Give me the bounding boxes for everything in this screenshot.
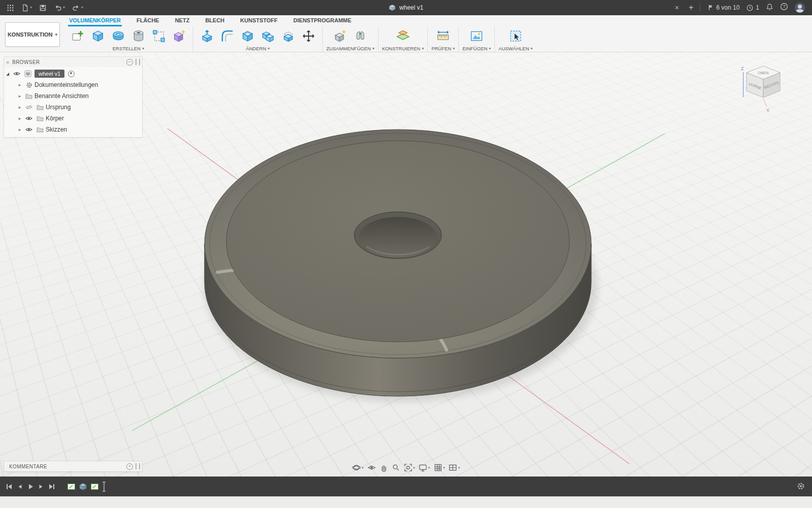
document-tab[interactable]: wheel v1 (389, 0, 423, 15)
measure-button[interactable] (433, 27, 453, 45)
auswaehlen-dropdown[interactable]: AUSWÄHLEN ▾ (498, 45, 532, 52)
visibility-toggle[interactable] (23, 127, 35, 132)
fit-icon (403, 463, 412, 472)
offset-face-button[interactable] (278, 27, 298, 45)
move-button[interactable] (298, 27, 319, 45)
save-button[interactable] (37, 3, 49, 13)
look-at-button[interactable] (367, 463, 376, 472)
measure-icon (436, 29, 450, 43)
viewcube-z-label: Z (741, 66, 744, 71)
activate-component-radio[interactable] (68, 71, 75, 77)
timeline-sketch1-feature[interactable] (67, 482, 76, 491)
root-expander-icon[interactable]: ◢ (4, 72, 11, 76)
zoom-button[interactable] (391, 463, 400, 472)
viewports-button[interactable]: ▾ (449, 463, 460, 472)
tab-flaeche[interactable]: FLÄCHE (136, 15, 160, 26)
browser-collapse-button[interactable]: « (6, 59, 9, 65)
tab-volumenkoerper[interactable]: VOLUMENKÖRPER (68, 15, 122, 26)
pattern-button[interactable] (149, 27, 169, 45)
comments-panel[interactable]: KOMMENTARE + (4, 461, 142, 471)
einfuegen-dropdown[interactable]: EINFÜGEN ▾ (462, 45, 491, 52)
viewport-3d[interactable]: Z OBEN VORNE RECHTS X « BROWSER − ◢ (0, 52, 812, 477)
quota-indicator[interactable]: 6 von 10 (707, 4, 739, 11)
user-avatar[interactable] (795, 3, 805, 13)
row-expander-icon[interactable]: ▸ (16, 105, 23, 110)
pan-button[interactable] (379, 463, 388, 472)
file-menu-button[interactable]: ▾ (19, 3, 35, 13)
row-expander-icon[interactable]: ▸ (16, 116, 23, 121)
press-pull-button[interactable] (197, 27, 217, 45)
visibility-toggle[interactable] (23, 116, 35, 121)
root-visibility-toggle[interactable] (11, 71, 22, 76)
browser-drag-grip[interactable] (136, 59, 140, 65)
help-button[interactable]: ? (780, 3, 788, 13)
job-status[interactable]: 1 (746, 4, 759, 12)
browser-row-dokumenteinstellungen[interactable]: ▸ Dokumenteinstellungen (4, 79, 142, 90)
tab-blech[interactable]: BLECH (204, 15, 225, 26)
notifications-button[interactable] (766, 3, 773, 13)
construction-plane-button[interactable] (393, 27, 413, 45)
timeline-position-marker[interactable] (104, 482, 105, 492)
shell-button[interactable] (238, 27, 258, 45)
go-to-end-button[interactable] (49, 484, 55, 490)
model-wheel[interactable] (204, 130, 598, 402)
revolve-button[interactable] (108, 27, 128, 45)
browser-root-row[interactable]: ◢ wheel v1 (4, 68, 142, 79)
tab-close-button[interactable]: × (675, 4, 679, 12)
row-expander-icon[interactable]: ▸ (16, 82, 23, 87)
create-sketch-button[interactable] (67, 27, 88, 45)
erstellen-dropdown[interactable]: ERSTELLEN ▾ (113, 45, 144, 52)
file-menu-caret: ▾ (30, 6, 32, 10)
visibility-toggle[interactable] (23, 105, 35, 110)
pruefen-dropdown[interactable]: PRÜFEN ▾ (431, 45, 455, 52)
app-grid-button[interactable] (4, 3, 17, 13)
grid-snaps-button[interactable]: ▾ (433, 463, 445, 472)
tab-netz[interactable]: NETZ (174, 15, 191, 26)
timeline-extrude-feature[interactable] (79, 482, 87, 491)
row-expander-icon[interactable]: ▸ (16, 127, 23, 132)
tab-dienstprogramme[interactable]: DIENSTPROGRAMME (292, 15, 352, 26)
undo-caret[interactable]: ▾ (63, 6, 65, 10)
new-component-button[interactable] (330, 27, 350, 45)
row-expander-icon[interactable]: ▸ (16, 93, 23, 99)
orbit-button[interactable]: ▾ (352, 463, 364, 472)
aendern-dropdown[interactable]: ÄNDERN ▾ (246, 45, 269, 52)
undo-button[interactable]: ▾ (51, 2, 67, 13)
konstruieren-dropdown[interactable]: KONSTRUIEREN ▾ (382, 45, 424, 52)
fit-button[interactable]: ▾ (403, 463, 415, 472)
comments-header: KOMMENTARE + (4, 461, 142, 471)
joint-button[interactable] (350, 27, 370, 45)
browser-row-koerper[interactable]: ▸ Körper (4, 113, 142, 124)
workspace-selector[interactable]: KONSTRUKTION ▾ (5, 22, 60, 47)
step-forward-button[interactable] (38, 484, 44, 490)
new-tab-button[interactable]: + (689, 3, 693, 12)
zoom-icon (391, 463, 400, 472)
browser-options-icon[interactable]: − (126, 59, 133, 66)
extrude-button[interactable] (88, 27, 108, 45)
eye-icon (25, 127, 32, 132)
redo-button[interactable]: ▾ (70, 2, 86, 13)
timeline-sketch2-feature[interactable] (90, 482, 99, 491)
hole-button[interactable] (128, 27, 149, 45)
go-to-start-button[interactable] (6, 484, 12, 490)
browser-row-skizzen[interactable]: ▸ Skizzen (4, 124, 142, 135)
primitives-button[interactable] (169, 27, 189, 45)
browser-root-label[interactable]: wheel v1 (35, 70, 64, 78)
step-back-button[interactable] (17, 484, 23, 490)
fillet-button[interactable] (217, 27, 238, 45)
browser-row-ursprung[interactable]: ▸ Ursprung (4, 102, 142, 113)
comments-options-icon[interactable]: + (126, 463, 133, 470)
pruefen-label: PRÜFEN (431, 46, 451, 51)
zusammenfuegen-dropdown[interactable]: ZUSAMMENFÜGEN ▾ (326, 45, 375, 52)
select-button[interactable] (505, 27, 526, 45)
view-cube[interactable]: Z OBEN VORNE RECHTS X (740, 64, 787, 113)
display-settings-button[interactable]: ▾ (419, 463, 430, 472)
play-button[interactable] (27, 484, 33, 490)
redo-caret[interactable]: ▾ (81, 6, 83, 10)
combine-button[interactable] (258, 27, 278, 45)
browser-row-benannte-ansichten[interactable]: ▸ Benannte Ansichten (4, 90, 142, 102)
comments-drag-grip[interactable] (136, 463, 140, 469)
timeline-settings-gear-icon[interactable] (797, 482, 805, 490)
tab-kunststoff[interactable]: KUNSTSTOFF (239, 15, 279, 26)
canvas-button[interactable] (466, 27, 487, 45)
